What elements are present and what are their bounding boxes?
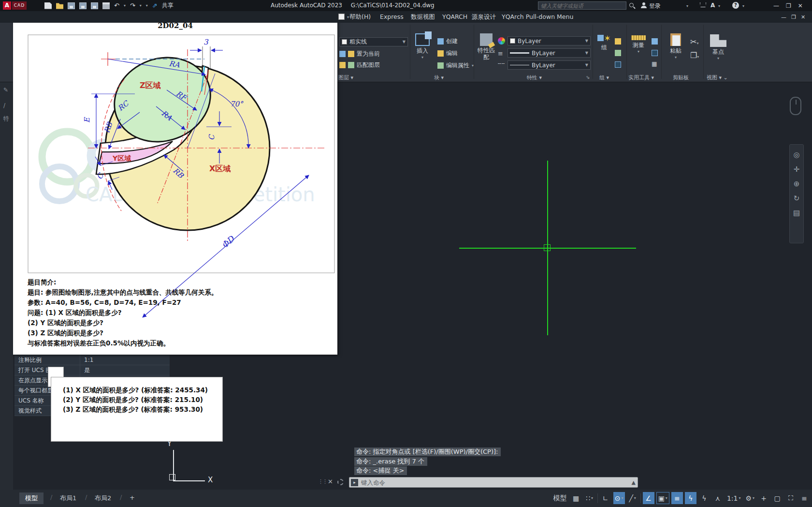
dock-grip-icon[interactable]: ⋮⋮ [318, 478, 327, 485]
strip-glyph-te[interactable]: 特 [3, 115, 9, 123]
menu-dataview[interactable]: 数据视图 [411, 13, 435, 21]
save-as-icon[interactable] [79, 2, 87, 9]
new-file-icon[interactable] [44, 2, 52, 9]
quick-calc-icon[interactable]: ▦ [652, 60, 657, 67]
prop-row-annotation-scale[interactable]: 注释比例1:1 [14, 355, 170, 365]
doc-close-button[interactable]: ✕ [801, 14, 805, 20]
isolate-objects-icon[interactable]: ▢ [771, 492, 783, 504]
insert-block-button[interactable]: 插入 ▾ [412, 33, 433, 60]
menu-express[interactable]: Express [380, 13, 404, 20]
tab-layout1[interactable]: 布局1 [54, 492, 82, 504]
object-snap-tracking-icon[interactable]: ∠ [643, 492, 654, 504]
strip-pencil-icon[interactable]: ✎ [3, 87, 8, 93]
annotation-scale-button[interactable]: 1:1▾ [725, 492, 742, 504]
copy-icon[interactable]: ❐▾ [690, 51, 699, 60]
share-icon[interactable]: ⇗ [152, 1, 158, 10]
measure-button[interactable]: 测量 ▾ [629, 35, 648, 54]
customization-gear-icon[interactable]: ⚙▾ [744, 492, 756, 504]
steering-wheel-icon[interactable]: ◎ [790, 150, 803, 159]
group-button[interactable]: ✶ 组 [595, 34, 613, 52]
match-layer-button[interactable]: 匹配图层 [339, 61, 380, 69]
orbit-icon[interactable]: ↻ [790, 194, 803, 203]
help-caret-icon[interactable]: ▾ [742, 4, 744, 8]
plot-icon[interactable] [102, 2, 110, 9]
clean-screen-icon[interactable]: ⛶ [785, 492, 797, 504]
signin-caret-icon[interactable]: ▾ [686, 4, 688, 8]
tab-layout2[interactable]: 布局2 [89, 492, 117, 504]
save-icon[interactable] [68, 2, 75, 9]
select-objects-icon[interactable] [652, 50, 658, 56]
paste-button[interactable]: 粘贴 ▾ [666, 33, 685, 60]
menu-yuanquan[interactable]: 源泉设计 [472, 13, 496, 21]
group-select-icon[interactable] [615, 61, 621, 68]
menu-yqarch-pulldown[interactable]: YQArch Pull-down Menu [502, 13, 573, 20]
annotation-monitor-icon[interactable]: ⋏ [712, 492, 724, 504]
search-icon[interactable] [629, 3, 634, 7]
autodesk-a-icon[interactable]: A [710, 2, 715, 9]
block-edit-button[interactable]: 编辑 [437, 49, 458, 58]
command-input-field[interactable]: ▸ ▲ [349, 477, 638, 488]
command-input[interactable] [361, 478, 622, 487]
prop-row-ucs-icon-on[interactable]: 打开 UCS 图标是 [14, 365, 170, 375]
set-current-button[interactable]: 置为当前 [339, 50, 380, 58]
grid-icon[interactable]: ▦ [570, 492, 582, 504]
lineweight-dropdown[interactable]: ByLayer ▼ [508, 48, 591, 58]
autocad-logo[interactable]: A [3, 1, 11, 10]
autocad-logo-cad[interactable]: CAD [12, 1, 27, 10]
quick-select-icon[interactable] [652, 38, 658, 45]
search-input[interactable] [538, 1, 626, 10]
dynamic-input-icon[interactable]: ϟ [685, 492, 696, 504]
model-space-button[interactable]: 模型 [552, 492, 568, 504]
linetype-dropdown[interactable]: ByLayer ▼ [508, 60, 591, 70]
open-file-icon[interactable] [56, 2, 63, 9]
redo-caret-icon[interactable]: ▾ [140, 3, 142, 8]
navigation-wheel-icon[interactable] [790, 97, 801, 115]
undo-caret-icon[interactable]: ▾ [124, 3, 126, 8]
match-properties-button[interactable]: 特性匹配 [477, 33, 496, 61]
color-dropdown[interactable]: ByLayer ▼ [508, 36, 591, 45]
dynamic-ucs-icon[interactable]: ϟ [698, 492, 710, 504]
cut-icon[interactable]: ✂▾ [690, 37, 698, 46]
restore-button[interactable]: ❐ [786, 2, 791, 9]
doc-restore-button[interactable]: ❐ [791, 14, 796, 20]
block-create-button[interactable]: 创建 [437, 37, 458, 45]
base-point-button[interactable]: 基点 ▾ [708, 34, 729, 60]
linetype-icon[interactable]: ╌╌ [498, 60, 505, 67]
strip-slash-icon[interactable]: / [3, 102, 5, 109]
add-toggle-icon[interactable]: + [758, 492, 769, 504]
properties-launcher-icon[interactable]: ⇘ [586, 75, 590, 80]
navbar-more-icon[interactable]: ▤ [790, 209, 803, 217]
dock-close-icon[interactable]: ✕ [328, 478, 333, 485]
utilities-panel-label[interactable]: 实用工具 ▾ [628, 74, 654, 81]
tab-model[interactable]: 模型 [19, 492, 44, 504]
isodraft-icon[interactable]: ╱▾ [627, 492, 638, 504]
cart-icon[interactable] [700, 2, 706, 7]
undo-icon[interactable]: ↶ [114, 1, 119, 10]
help-icon[interactable]: ? [732, 2, 739, 9]
export-icon[interactable] [91, 2, 98, 9]
zoom-icon[interactable]: ⊕ [790, 179, 803, 188]
object-snap-icon[interactable]: ▣▾ [656, 492, 669, 504]
polar-tracking-icon[interactable]: ⊙▾ [613, 492, 625, 504]
minimize-button[interactable]: — [773, 2, 779, 9]
command-history-expand-icon[interactable]: ▲ [632, 479, 636, 486]
group-edit-icon[interactable] [615, 50, 621, 56]
lineweight-display-icon[interactable]: ≡ [671, 492, 683, 504]
pan-icon[interactable]: ✛ [790, 165, 803, 174]
block-panel-label[interactable]: 块 ▾ [434, 74, 444, 81]
doc-minimize-button[interactable]: — [781, 14, 786, 20]
a-caret-icon[interactable]: ▾ [718, 4, 720, 8]
signin-button[interactable]: 登录 [649, 2, 661, 10]
color-wheel-icon[interactable] [498, 37, 505, 45]
dock-customize-icon[interactable] [337, 479, 344, 485]
new-layout-button[interactable]: + [124, 492, 141, 504]
properties-panel-label[interactable]: 特性 ▾ [527, 74, 542, 81]
view-panel-label[interactable]: 视图 ▾ ⌄ [707, 74, 728, 81]
menu-yqarch[interactable]: YQARCH [442, 13, 467, 20]
lineweight-icon[interactable]: ≡ [498, 50, 503, 57]
qat-more-icon[interactable]: ▾ [146, 3, 148, 8]
share-label[interactable]: 共享 [162, 1, 174, 10]
edit-attributes-button[interactable]: 编辑属性 ▾ [437, 61, 474, 70]
close-button[interactable]: ✕ [798, 2, 803, 9]
user-icon[interactable] [641, 2, 647, 8]
